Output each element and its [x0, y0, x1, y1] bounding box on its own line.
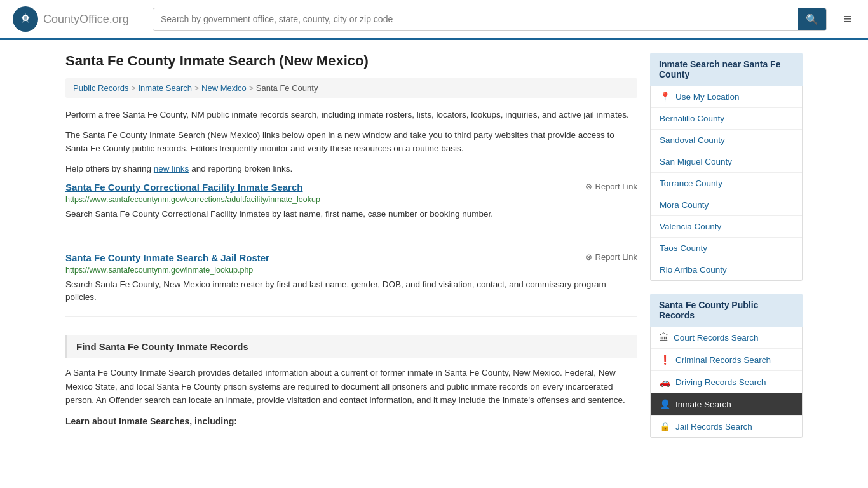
sidebar-item-bernalillo[interactable]: Bernalillo County [651, 108, 802, 130]
san-miguel-link[interactable]: San Miguel County [660, 157, 732, 166]
hamburger-menu-icon[interactable]: ≡ [839, 7, 855, 31]
result-1-header: Santa Fe County Correctional Facility In… [65, 182, 637, 193]
inmate-search-label: Inmate Search [675, 400, 731, 409]
court-records-link[interactable]: Court Records Search [674, 333, 759, 342]
sidebar-nearby-header: Inmate Search near Santa Fe County [650, 53, 803, 86]
main-container: Santa Fe County Inmate Search (New Mexic… [53, 40, 815, 463]
location-pin-icon: 📍 [660, 92, 670, 102]
sidebar-item-mora[interactable]: Mora County [651, 194, 802, 216]
breadcrumb-sep-1: > [131, 84, 135, 93]
person-icon: 👤 [660, 399, 670, 409]
report-label-2: Report Link [595, 252, 637, 262]
page-title: Santa Fe County Inmate Search (New Mexic… [65, 53, 637, 69]
jail-records-link[interactable]: Jail Records Search [675, 422, 752, 431]
car-icon: 🚗 [660, 377, 670, 387]
learn-heading: Learn about Inmate Searches, including: [65, 416, 637, 426]
search-bar: 🔍 [153, 8, 827, 31]
page-header: CountyOffice.org 🔍 ≡ [0, 0, 868, 40]
breadcrumb-inmate-search[interactable]: Inmate Search [138, 83, 192, 93]
intro3-suffix: and reporting broken links. [191, 164, 292, 173]
sidebar-nearby-list: 📍 Use My Location Bernalillo County Sand… [650, 86, 803, 281]
breadcrumb-current: Santa Fe County [256, 83, 318, 93]
sidebar-public-records-list: 🏛 Court Records Search ❗ Criminal Record… [650, 327, 803, 438]
sidebar-item-driving-records[interactable]: 🚗 Driving Records Search [651, 371, 802, 393]
criminal-icon: ❗ [660, 355, 670, 365]
logo-name: CountyOffice [43, 13, 109, 25]
intro-paragraph-2: The Santa Fe County Inmate Search (New M… [65, 128, 637, 156]
sidebar-public-records-header: Santa Fe County Public Records [650, 294, 803, 327]
sidebar-item-san-miguel[interactable]: San Miguel County [651, 151, 802, 173]
torrance-link[interactable]: Torrance County [660, 179, 722, 188]
result-1-title[interactable]: Santa Fe County Correctional Facility In… [65, 182, 302, 193]
breadcrumb-sep-3: > [249, 84, 254, 93]
result-1-report-link[interactable]: ⊗ Report Link [585, 182, 637, 191]
report-icon-2: ⊗ [585, 252, 592, 262]
taos-link[interactable]: Taos County [660, 243, 707, 253]
result-2-title[interactable]: Santa Fe County Inmate Search & Jail Ros… [65, 252, 269, 263]
intro-paragraph-3: Help others by sharing new links and rep… [65, 162, 637, 176]
result-item-2: Santa Fe County Inmate Search & Jail Ros… [65, 252, 637, 318]
court-icon: 🏛 [660, 332, 668, 342]
result-2-url[interactable]: https://www.santafecountynm.gov/inmate_l… [65, 266, 637, 274]
find-section-heading: Find Santa Fe County Inmate Records [65, 335, 637, 358]
intro3-prefix: Help others by sharing [65, 164, 151, 173]
lock-icon: 🔒 [660, 421, 670, 431]
breadcrumb-sep-2: > [194, 84, 199, 93]
driving-records-link[interactable]: Driving Records Search [675, 377, 766, 387]
intro-paragraph-1: Perform a free Santa Fe County, NM publi… [65, 108, 637, 122]
valencia-link[interactable]: Valencia County [660, 222, 721, 231]
sidebar-item-jail-records[interactable]: 🔒 Jail Records Search [651, 416, 802, 437]
report-label-1: Report Link [595, 182, 637, 191]
result-1-desc: Search Santa Fe County Correctional Faci… [65, 208, 637, 220]
logo-icon [13, 6, 38, 32]
sidebar-item-valencia[interactable]: Valencia County [651, 216, 802, 238]
logo-text: CountyOffice.org [43, 13, 129, 26]
breadcrumb: Public Records > Inmate Search > New Mex… [65, 78, 637, 98]
sidebar-item-use-my-location[interactable]: 📍 Use My Location [651, 86, 802, 108]
breadcrumb-new-mexico[interactable]: New Mexico [201, 83, 247, 93]
result-item-1: Santa Fe County Correctional Facility In… [65, 182, 637, 234]
breadcrumb-public-records[interactable]: Public Records [73, 83, 128, 93]
sidebar-item-taos[interactable]: Taos County [651, 238, 802, 259]
sidebar-item-court-records[interactable]: 🏛 Court Records Search [651, 327, 802, 349]
sidebar-item-inmate-search[interactable]: 👤 Inmate Search [651, 393, 802, 416]
sandoval-link[interactable]: Sandoval County [660, 135, 725, 145]
sidebar-item-sandoval[interactable]: Sandoval County [651, 130, 802, 151]
find-section-text: A Santa Fe County Inmate Search provides… [65, 366, 637, 407]
logo-suffix: .org [109, 13, 129, 25]
report-icon-1: ⊗ [585, 182, 592, 191]
result-2-header: Santa Fe County Inmate Search & Jail Ros… [65, 252, 637, 263]
bernalillo-link[interactable]: Bernalillo County [660, 114, 724, 123]
rio-arriba-link[interactable]: Rio Arriba County [660, 265, 727, 274]
logo-area: CountyOffice.org [13, 6, 140, 32]
sidebar-item-torrance[interactable]: Torrance County [651, 173, 802, 194]
sidebar-nearby-section: Inmate Search near Santa Fe County 📍 Use… [650, 53, 803, 281]
result-1-url[interactable]: https://www.santafecountynm.gov/correcti… [65, 195, 637, 204]
sidebar: Inmate Search near Santa Fe County 📍 Use… [650, 53, 803, 451]
sidebar-item-criminal-records[interactable]: ❗ Criminal Records Search [651, 349, 802, 371]
search-button[interactable]: 🔍 [798, 8, 826, 30]
sidebar-item-rio-arriba[interactable]: Rio Arriba County [651, 259, 802, 280]
content-area: Santa Fe County Inmate Search (New Mexic… [65, 53, 637, 451]
result-2-report-link[interactable]: ⊗ Report Link [585, 252, 637, 262]
new-links-link[interactable]: new links [154, 164, 189, 173]
criminal-records-link[interactable]: Criminal Records Search [675, 355, 771, 365]
use-my-location-link[interactable]: Use My Location [675, 92, 740, 102]
mora-link[interactable]: Mora County [660, 200, 709, 210]
search-input[interactable] [153, 9, 798, 29]
sidebar-public-records-section: Santa Fe County Public Records 🏛 Court R… [650, 294, 803, 438]
result-2-desc: Search Santa Fe County, New Mexico inmat… [65, 278, 637, 304]
